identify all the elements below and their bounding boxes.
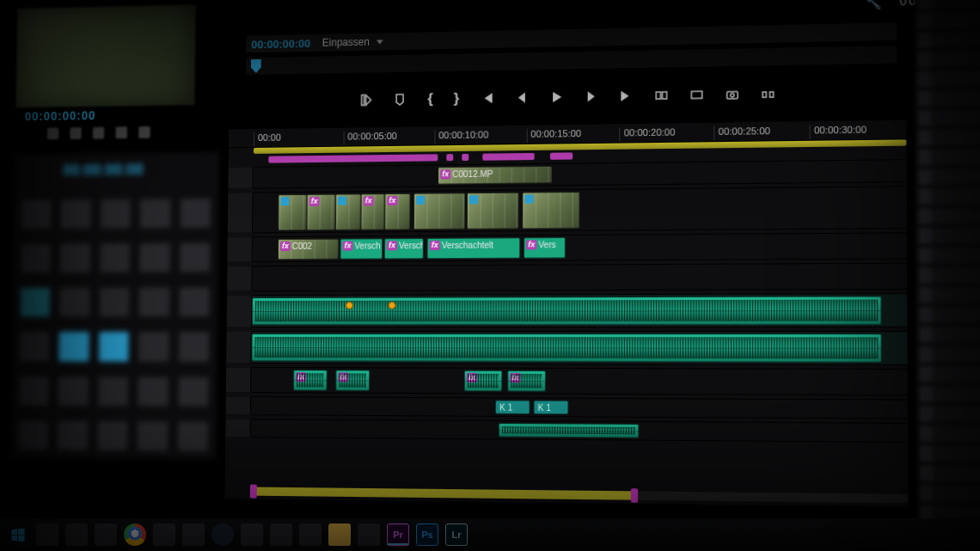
history-entry[interactable] [919,346,980,363]
source-monitor-thumbnail[interactable] [15,4,196,108]
project-panel[interactable]: 00:00:00:00 [9,151,219,460]
history-entry[interactable] [918,149,980,166]
history-entry[interactable] [920,465,980,482]
history-entry[interactable] [919,247,980,263]
track-header[interactable] [227,296,253,327]
zoom-handle-right[interactable] [631,488,638,503]
track-header[interactable] [227,266,252,291]
playhead-icon[interactable] [251,59,261,73]
audio-clip[interactable] [499,423,639,438]
tool-icon[interactable] [70,127,81,139]
sequence-marker-bar[interactable] [446,154,453,161]
track-header[interactable] [226,368,252,392]
audio-clip[interactable]: K 1 [534,401,569,415]
audio-clip[interactable]: fx [293,370,328,390]
taskbar-app-premiere-pro[interactable]: Pr [387,523,409,546]
track-header[interactable] [226,397,251,414]
video-clip[interactable]: fxC002 [278,239,339,260]
video-clip[interactable] [278,194,307,230]
tool-icon[interactable] [138,126,150,138]
taskbar-app-task-view[interactable] [65,523,88,546]
taskbar-app-photoshop[interactable]: Ps [416,523,438,546]
history-entry[interactable] [920,425,980,443]
taskbar-app-app-grey-3[interactable] [270,523,292,546]
taskbar-app-app-orange[interactable] [95,523,117,546]
history-entry[interactable] [919,207,980,223]
overwrite-button[interactable] [689,88,703,102]
video-track[interactable]: fxC0012.MP [253,159,906,188]
play-button[interactable] [549,90,563,104]
tool-icon[interactable] [47,127,58,139]
track-header[interactable] [227,237,252,261]
history-entry[interactable] [920,386,980,402]
history-entry[interactable] [919,267,980,284]
history-entry[interactable] [917,0,980,9]
audio-clip[interactable]: fx [335,370,370,390]
history-entry[interactable] [917,10,980,28]
video-clip[interactable]: fxVers [524,237,566,259]
taskbar-app-app-grey-1[interactable] [182,523,205,546]
audio-clip[interactable]: fx [464,370,502,392]
video-clip[interactable]: fx [360,193,384,230]
zoom-fit-dropdown[interactable]: Einpassen [322,35,383,48]
video-clip[interactable]: fx [384,193,410,230]
history-entry[interactable] [918,70,980,87]
taskbar-app-chrome[interactable] [124,523,146,546]
sequence-marker-bar[interactable] [482,153,534,161]
history-entry[interactable] [918,30,980,47]
audio-clip[interactable] [251,334,881,363]
audio-clip[interactable]: fx [507,370,546,392]
taskbar-app-whatsapp[interactable] [153,523,175,546]
audio-clip[interactable]: K 1 [495,400,530,414]
taskbar-app-app-grey-2[interactable] [241,523,263,546]
audio-track[interactable] [252,293,908,328]
tool-icon[interactable] [93,127,104,139]
audio-keyframe-icon[interactable] [388,302,395,309]
mark-out-icon[interactable]: } [454,90,460,107]
step-forward-button[interactable] [584,89,597,103]
sequence-marker-bar[interactable] [268,154,438,162]
taskbar-app-lightroom[interactable]: Lr [445,523,468,546]
video-track[interactable]: fxC002fxVerschfxVerschfxVerschachteltfxV… [253,232,907,262]
video-clip[interactable]: fxVersch [384,238,424,259]
history-entry[interactable] [918,89,980,107]
timeline-panel[interactable]: 00:0000:00:05:0000:00:10:0000:00:15:0000… [224,119,910,508]
windows-taskbar[interactable]: PrPsLr [0,518,980,551]
audio-track[interactable] [251,331,907,365]
history-entry[interactable] [918,50,980,67]
video-clip[interactable]: fxC0012.MP [438,166,552,185]
go-to-out-button[interactable] [619,89,633,102]
go-to-in-button[interactable] [480,91,493,105]
lift-button[interactable] [761,87,775,101]
step-back-button[interactable] [514,90,528,104]
video-clip[interactable] [413,193,465,230]
audio-track[interactable]: K 1K 1 [251,396,908,419]
history-entry[interactable] [919,307,980,323]
history-entry[interactable] [919,287,980,303]
history-entry[interactable] [920,406,980,422]
history-entry[interactable] [918,129,980,146]
export-frame-button[interactable] [725,87,739,101]
mark-in-icon[interactable]: { [427,90,433,107]
taskbar-app-app-teal[interactable] [358,523,380,546]
track-header[interactable] [226,332,252,363]
history-entry[interactable] [918,187,980,205]
sequence-marker-bar[interactable] [462,154,469,161]
history-entry[interactable] [920,485,980,502]
video-clip[interactable] [335,193,361,230]
track-header[interactable] [225,419,250,437]
sequence-marker-bar[interactable] [550,152,573,159]
video-track[interactable] [252,263,907,291]
history-entry[interactable] [919,227,980,243]
taskbar-app-steam[interactable] [211,523,234,546]
video-clip[interactable]: fxVerschachtelt [427,237,521,259]
taskbar-app-app-grey-4[interactable] [299,523,322,546]
history-entry[interactable] [919,366,980,383]
track-header[interactable] [228,168,253,188]
add-marker-button[interactable] [393,93,407,107]
tool-icon[interactable] [115,126,127,138]
zoom-handle-left[interactable] [250,485,257,499]
taskbar-app-windows-start[interactable] [7,523,29,546]
video-track[interactable]: fxfxfx [253,186,907,233]
audio-track[interactable] [251,419,908,443]
